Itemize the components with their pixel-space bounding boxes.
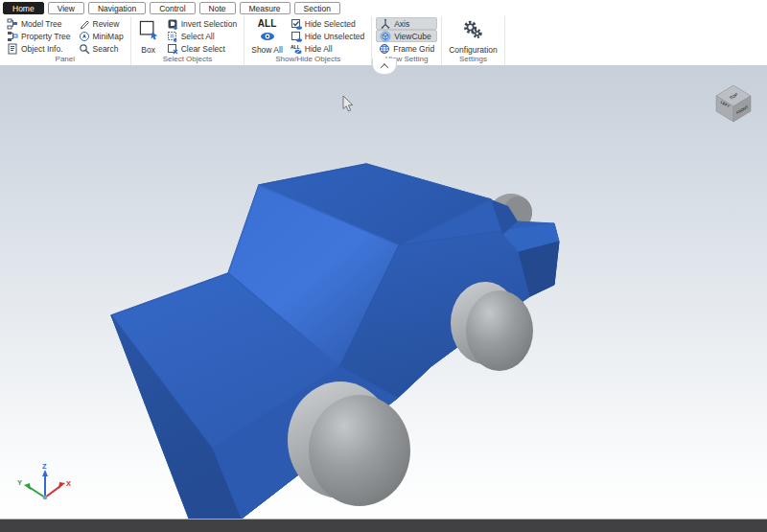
settings-group-label: Settings [446,55,500,65]
tab-home[interactable]: Home [3,2,44,14]
property-tree-button[interactable]: Property Tree [4,30,74,42]
ribbon-group-select-objects: Box Invert Selection Select All Clear Se… [131,16,245,65]
invert-selection-icon [167,18,178,30]
box-select-label: Box [141,45,155,55]
hide-unselected-icon [291,31,302,42]
property-tree-icon [7,31,18,42]
invert-selection-button[interactable]: Invert Selection [164,17,241,30]
model-tree-label: Model Tree [21,19,62,29]
axis-x-arrow [58,482,65,489]
ribbon-group-settings: Configuration Settings [442,16,505,65]
hide-selected-label: Hide Selected [305,19,356,29]
axis-triad: Z X Y [17,462,71,499]
model-tree-icon [7,18,18,30]
axis-z-arrow [42,470,48,476]
minimap-icon [79,31,90,42]
hide-all-icon: ALL [291,43,302,55]
minimap-label: MiniMap [93,32,124,41]
box-select-icon [138,19,159,40]
hide-unselected-label: Hide Unselected [305,32,364,41]
hide-all-button[interactable]: ALL Hide All [288,42,367,55]
tab-control[interactable]: Control [150,2,195,14]
3d-viewport[interactable]: TOP LEFT FRONT Z X Y [0,65,767,519]
hide-selected-button[interactable]: Hide Selected [288,17,367,30]
hide-selected-icon [291,18,302,30]
tab-section[interactable]: Section [294,2,340,14]
model-tree-button[interactable]: Model Tree [4,17,74,30]
frame-grid-icon [379,43,390,55]
panel-group-label: Panel [4,55,127,65]
taskbar[interactable] [0,519,767,532]
tab-view[interactable]: View [48,2,84,14]
clear-select-label: Clear Select [181,44,225,54]
configuration-button[interactable]: Configuration [446,17,500,55]
axis-toggle-button[interactable]: Axis [376,17,437,30]
axis-x-label: X [66,479,71,488]
configuration-gears-icon [461,19,484,42]
show-all-all-text: ALL [258,19,276,28]
axis-toggle-label: Axis [394,19,409,29]
axis-z-label: Z [42,462,47,471]
invert-selection-label: Invert Selection [181,19,238,29]
svg-text:ALL: ALL [291,44,300,50]
chevron-up-icon [381,63,388,71]
viewcube-toggle-label: ViewCube [394,32,431,41]
viewcube-toggle-button[interactable]: ViewCube [376,30,437,42]
ribbon-group-show-hide: ALL Show All Hide Selected Hide Unselect… [244,16,372,65]
show-all-eye-icon [260,32,275,41]
minimap-button[interactable]: MiniMap [76,30,127,42]
review-button[interactable]: Review [76,17,127,30]
property-tree-label: Property Tree [21,32,71,41]
object-info-button[interactable]: Object Info. [4,42,74,55]
review-label: Review [93,19,120,29]
3d-scene: TOP LEFT FRONT Z X Y [0,65,767,519]
show-all-label: Show All [251,45,283,55]
tab-measure[interactable]: Measure [240,2,291,14]
select-all-label: Select All [181,32,215,41]
axis-y-arrow [24,483,31,490]
tab-note[interactable]: Note [199,2,236,14]
ribbon-group-panel: Model Tree Property Tree Object Info. Re… [0,16,131,65]
search-button[interactable]: Search [76,42,127,55]
select-objects-group-label: Select Objects [135,55,241,65]
viewcube-toggle-icon [380,31,391,42]
frame-grid-label: Frame Grid [393,44,434,54]
viewcube-widget[interactable]: TOP LEFT FRONT [716,85,751,122]
search-label: Search [93,44,119,54]
object-info-label: Object Info. [21,44,62,54]
configuration-label: Configuration [449,45,498,55]
select-all-icon [167,31,178,42]
mouse-cursor [343,96,353,111]
clear-select-icon [167,43,178,55]
axis-y-label: Y [17,478,22,487]
ribbon-tab-bar: Home View Navigation Control Note Measur… [0,0,767,16]
box-select-button[interactable]: Box [135,17,162,55]
hide-unselected-button[interactable]: Hide Unselected [288,30,367,42]
viewer-window: Home View Navigation Control Note Measur… [0,0,767,532]
show-all-button[interactable]: ALL Show All [248,17,286,55]
frame-grid-button[interactable]: Frame Grid [376,42,437,55]
search-icon [79,43,90,55]
object-info-icon [7,43,18,55]
review-icon [79,18,90,30]
clear-select-button[interactable]: Clear Select [164,42,241,55]
hide-all-label: Hide All [305,44,333,54]
axis-toggle-icon [380,18,391,30]
show-hide-group-label: Show/Hide Objects [248,55,367,65]
tab-navigation[interactable]: Navigation [88,2,146,14]
select-all-button[interactable]: Select All [164,30,241,42]
